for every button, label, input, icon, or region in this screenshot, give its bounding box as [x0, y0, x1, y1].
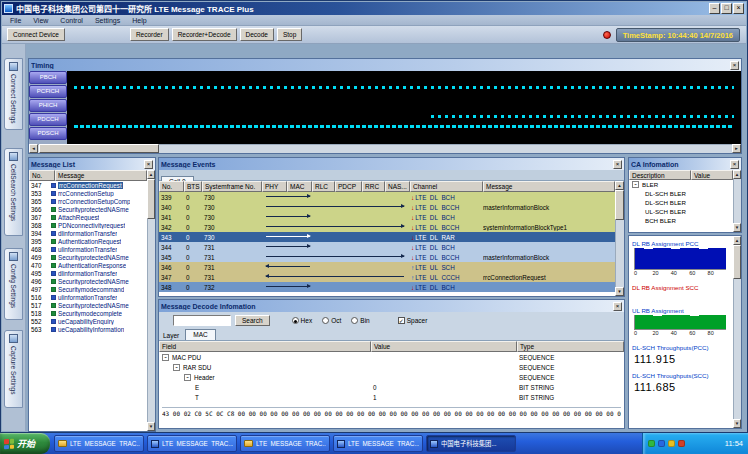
tray-icon-2[interactable] — [668, 440, 675, 447]
message-list-row[interactable]: 368PDNconnectivityrequest — [29, 221, 147, 229]
timing-close-icon[interactable]: × — [730, 61, 739, 70]
menu-item-view[interactable]: View — [27, 17, 54, 24]
message-list-row[interactable]: 347rrcConnectionRequest — [29, 181, 147, 189]
column-header-channel[interactable]: Channel — [410, 181, 483, 192]
timing-hscrollbar[interactable]: ◄ ► — [29, 144, 741, 153]
column-header-field[interactable]: Field — [159, 341, 371, 352]
timing-panel-header[interactable]: Timing × — [29, 59, 741, 71]
event-row[interactable]: 3440731↓LTE_DL_BCH — [159, 242, 615, 252]
radix-option-oct[interactable]: Oct — [322, 317, 341, 324]
message-list-row[interactable]: 395AuthenticationRequest — [29, 237, 147, 245]
toolbar-button-stop[interactable]: Stop — [277, 28, 302, 41]
decode-row[interactable]: -RAR SDUSEQUENCE — [159, 362, 624, 372]
message-list-row[interactable]: 365rrcConnectionSetupComp — [29, 197, 147, 205]
connect-device-button[interactable]: Connect Device — [7, 28, 65, 41]
message-list-row[interactable]: 353rrcConnectionSetup — [29, 189, 147, 197]
event-row[interactable]: 3450731↓LTE_DL_BCCHmasterInformationBloc… — [159, 252, 615, 262]
message-list-row[interactable]: 563ueCapabilityInformation — [29, 325, 147, 333]
toolbar-button-recorder[interactable]: Recorder — [130, 28, 169, 41]
toolbar-button-recorder-decode[interactable]: Recorder+Decode — [172, 28, 237, 41]
menu-item-control[interactable]: Control — [54, 17, 89, 24]
message-decode-header[interactable]: Message Decode Infomation × — [159, 300, 624, 312]
scroll-down-icon[interactable]: ▼ — [147, 422, 155, 431]
message-list-row[interactable]: 367AttachRequest — [29, 213, 147, 221]
event-row[interactable]: 3470731↑LTE_UL_CCCHrrcConnectionRequest — [159, 272, 615, 282]
scroll-down-icon[interactable]: ▼ — [733, 419, 741, 428]
event-row[interactable]: 3420730↓LTE_DL_BCCHsystemInformationBloc… — [159, 222, 615, 232]
scroll-up-icon[interactable]: ▲ — [147, 170, 155, 179]
hex-dump[interactable]: 43 00 02 C0 5C 0C C8 00 00 00 00 00 00 0… — [162, 407, 621, 427]
decode-row[interactable]: T1BIT STRING — [159, 392, 624, 402]
column-header-description[interactable]: Description — [629, 170, 691, 180]
search-button[interactable]: Search — [235, 315, 270, 326]
events-vscrollbar[interactable]: ▲ ▼ — [615, 181, 624, 296]
ca-row[interactable]: DL-SCH BLER — [629, 198, 733, 207]
column-header-message[interactable]: Message — [55, 170, 147, 181]
radix-option-bin[interactable]: Bin — [351, 317, 369, 324]
event-row[interactable]: 3480732↓LTE_DL_BCH — [159, 282, 615, 292]
expand-icon[interactable]: - — [162, 354, 169, 361]
title-bar[interactable]: 中国电子科技集团公司第四十一研究所 LTE Message TRACE Plus… — [2, 2, 746, 15]
column-header-value[interactable]: Value — [691, 170, 733, 180]
column-header-rlc[interactable]: RLC — [312, 181, 335, 192]
column-header-nas[interactable]: NAS... — [385, 181, 410, 192]
charts-vscrollbar[interactable]: ▲ ▼ — [733, 236, 741, 428]
toolbar-button-decode[interactable]: Decode — [240, 28, 274, 41]
channel-phich[interactable]: PHICH — [29, 99, 67, 112]
ca-row[interactable]: DL-SCH BLER — [629, 189, 733, 198]
event-row[interactable]: 3410730↓LTE_DL_BCH — [159, 212, 615, 222]
ca-header[interactable]: CA Infomation × — [629, 158, 741, 170]
close-button[interactable]: × — [733, 3, 744, 14]
message-list-row[interactable]: 470AuthenticationResponse — [29, 261, 147, 269]
ca-close-icon[interactable]: × — [730, 160, 739, 169]
search-input[interactable] — [173, 315, 231, 326]
spacer-checkbox[interactable]: ✓ Spacer — [398, 317, 428, 324]
scroll-thumb[interactable] — [39, 144, 159, 153]
expand-icon[interactable]: - — [184, 374, 191, 381]
taskbar-item-0[interactable]: LTE_MESSAGE_TRAC... — [54, 435, 144, 452]
column-header-mac[interactable]: MAC — [287, 181, 312, 192]
tray-icon-3[interactable] — [678, 440, 685, 447]
decode-row[interactable]: -MAC PDUSEQUENCE — [159, 352, 624, 362]
expand-icon[interactable]: - — [632, 181, 639, 188]
menu-item-file[interactable]: File — [4, 17, 27, 24]
column-header-systemframe-no[interactable]: Systemframe No. — [202, 181, 262, 192]
tab-mac[interactable]: MAC — [185, 329, 215, 340]
maximize-button[interactable]: □ — [721, 3, 732, 14]
minimize-button[interactable]: – — [709, 3, 720, 14]
ca-vscrollbar[interactable]: ▲ ▼ — [733, 170, 741, 232]
message-list-close-icon[interactable]: × — [144, 160, 153, 169]
scroll-thumb[interactable] — [615, 190, 624, 220]
column-header-rrc[interactable]: RRC — [362, 181, 385, 192]
message-list-header[interactable]: Message List × — [29, 158, 155, 170]
scroll-thumb[interactable] — [733, 245, 741, 279]
scroll-up-icon[interactable]: ▲ — [733, 236, 741, 245]
message-list-row[interactable]: 518Securitymodecomplete — [29, 309, 147, 317]
column-header-pdcp[interactable]: PDCP — [335, 181, 362, 192]
column-header-phy[interactable]: PHY — [262, 181, 287, 192]
column-header-value[interactable]: Value — [371, 341, 517, 352]
taskbar-item-2[interactable]: LTE_MESSAGE_TRAC... — [240, 435, 330, 452]
menu-item-help[interactable]: Help — [126, 17, 152, 24]
message-list-row[interactable]: 496SecurityprotectedNASme — [29, 277, 147, 285]
message-list-row[interactable]: 552ueCapabilityEnquiry — [29, 317, 147, 325]
tray-icon-0[interactable] — [648, 440, 655, 447]
start-button[interactable]: 开始 — [0, 433, 50, 454]
column-header-no[interactable]: No. — [29, 170, 55, 181]
taskbar-item-1[interactable]: LTE_MESSAGE_TRAC... — [147, 435, 237, 452]
message-events-header[interactable]: Message Events × — [159, 158, 624, 170]
channel-pbch[interactable]: PBCH — [29, 71, 67, 84]
ca-row[interactable]: UL-SCH BLER — [629, 207, 733, 216]
column-header-message[interactable]: Message — [483, 181, 615, 192]
message-list-row[interactable]: 366SecurityprotectedNASme — [29, 205, 147, 213]
expand-icon[interactable]: - — [173, 364, 180, 371]
sidebar-tab-config-settings[interactable]: Config Settings — [4, 248, 23, 320]
ca-root-row[interactable]: -BLER — [629, 180, 733, 189]
event-row[interactable]: 3460731↑LTE_UL_SCH — [159, 262, 615, 272]
channel-pcfich[interactable]: PCFICH — [29, 85, 67, 98]
event-row[interactable]: 3390730↓LTE_DL_BCH — [159, 192, 615, 202]
message-decode-close-icon[interactable]: × — [613, 302, 622, 311]
sidebar-tab-cellsearch-settings[interactable]: CellSearch Settings — [4, 148, 23, 236]
event-row[interactable]: 3430730↓LTE_DL_RAR — [159, 232, 615, 242]
scroll-down-icon[interactable]: ▼ — [733, 223, 741, 232]
